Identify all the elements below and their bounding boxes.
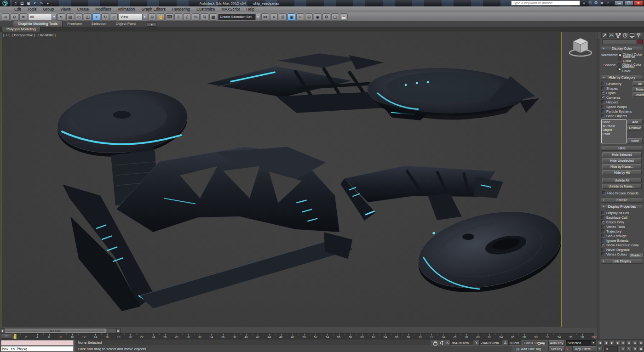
schematic-view-icon[interactable]: ⊞ [305,13,313,21]
link-display-rollout-header[interactable]: +Link Display [601,259,643,264]
category-checkbox[interactable] [601,105,605,108]
display-property-row[interactable]: Trajectory [601,229,643,233]
infocenter-search-input[interactable] [511,0,580,6]
menu-item[interactable]: Tools [24,6,40,12]
category-row[interactable]: Geometry [601,81,632,86]
field-of-view-icon[interactable]: ◇ [620,346,626,352]
category-checkbox[interactable] [601,96,605,99]
x-coordinate-field[interactable]: 864.281cm [450,340,473,346]
reference-coordinate-dropdown[interactable]: View▼ [119,14,147,20]
hide-button[interactable]: Hide by Hit [602,170,642,175]
ribbon-tab[interactable]: Selection [87,21,111,27]
display-property-checkbox[interactable] [601,211,605,215]
menu-item[interactable]: Group [40,6,58,12]
select-and-link-icon[interactable]: ∞ [2,13,10,21]
subscription-center-button[interactable]: ⚿ [587,0,593,6]
select-by-name-icon[interactable]: ▤ [66,13,74,21]
go-to-start-button[interactable]: |◀ [597,340,603,346]
y-coordinate-field[interactable]: -344.082cm [479,340,502,346]
menu-item[interactable]: MAXScript [218,6,243,12]
menu-item[interactable]: Graph Editors [138,6,168,12]
display-property-row[interactable]: Never Degrade [601,247,643,252]
display-property-row[interactable]: Vertex Ticks [601,224,643,229]
display-property-checkbox[interactable] [601,243,605,247]
communication-center-button[interactable]: ✪ [593,0,599,6]
motion-tab[interactable] [622,32,628,38]
category-checkbox[interactable] [601,100,605,104]
category-row[interactable]: Lights [601,91,632,95]
rendered-frame-window-icon[interactable]: ▢ [331,13,339,21]
menu-item[interactable]: Help [243,6,257,12]
display-property-checkbox[interactable] [601,220,605,224]
maximize-button[interactable]: ❐ [624,0,633,6]
select-and-scale-icon[interactable]: ▱ [110,13,118,21]
use-pivot-point-center-icon[interactable]: ⊕ [148,13,156,21]
default-in-out-tangents-icon[interactable]: ≈ [566,346,568,351]
previous-frame-button[interactable]: ◀| [603,340,609,346]
category-checkbox[interactable] [601,114,605,118]
category-button[interactable]: All [632,81,644,86]
snaps-toggle-icon[interactable]: 3 [174,13,182,21]
display-property-checkbox[interactable] [601,229,605,233]
render-setup-icon[interactable]: ⚙ [322,13,330,21]
time-slider-prev-button[interactable]: ◀ [0,328,4,333]
display-property-checkbox[interactable] [601,252,605,256]
current-frame-field[interactable]: 0 [604,346,618,352]
hide-rollout-header[interactable]: −Hide [601,146,643,151]
category-list-box[interactable]: BoneIK Chain ObjectPoint [601,119,627,143]
display-property-checkbox[interactable] [601,225,605,228]
graphite-modeling-toggle-icon[interactable]: ▣ [288,13,295,21]
utilities-tab[interactable] [636,32,642,38]
menu-item[interactable]: Create [74,6,92,12]
display-property-checkbox[interactable] [601,216,605,219]
auto-key-button[interactable]: Auto Key [548,340,565,346]
rectangular-selection-region-icon[interactable]: ▭ [75,13,83,21]
freeze-rollout-header[interactable]: +Freeze [601,198,643,203]
menu-item[interactable]: Edit [11,6,24,12]
maxscript-mini-listener[interactable]: Max to Physq. [1,346,74,352]
curve-editor-icon[interactable]: ≈ [296,13,304,21]
time-slider-track[interactable]: 0 / 100 [4,328,116,333]
shaded-object-color-radio[interactable] [617,63,621,67]
key-filters-button[interactable]: Key Filters... [572,346,596,352]
z-coordinate-field[interactable]: 0.0cm [508,340,521,346]
category-checkbox[interactable] [601,82,605,85]
category-row[interactable]: Helpers [601,100,632,104]
zoom-all-icon[interactable]: ⊞ [626,340,632,346]
remove-button[interactable]: Remove [627,125,643,131]
open-mini-curve-editor-button[interactable]: ≈ [1,333,12,339]
display-property-checkbox[interactable] [601,234,605,238]
window-crossing-icon[interactable]: ◫ [84,13,92,21]
ribbon-tab[interactable]: Freeform [63,21,86,27]
ribbon-tab[interactable]: Object Paint [111,21,141,27]
display-property-row[interactable]: Backface Cull [601,215,643,220]
selection-set-dropdown[interactable]: Selected▼ [566,340,596,346]
maxscript-macro-recorder[interactable] [1,340,74,346]
close-button[interactable]: ✕ [634,0,643,6]
category-checkbox[interactable] [601,109,605,113]
key-mode-toggle[interactable]: ⇤ [597,346,603,352]
display-property-row[interactable]: Ignore Extents [601,238,643,243]
wireframe-material-color-radio[interactable] [618,57,621,61]
perspective-viewport[interactable]: [ + ] [ Perspective ] [ Realistic ] [1,32,562,327]
material-editor-icon[interactable]: ◉ [314,13,322,21]
category-row[interactable]: Bone Objects [601,114,632,118]
edit-named-selection-sets-icon[interactable]: ▦ [209,13,217,21]
unhide-button[interactable]: Unhide All [602,178,642,183]
hide-frozen-objects-row[interactable]: Hide Frozen Objects [601,191,643,195]
menu-item[interactable]: Rendering [169,6,193,12]
ship-model-top[interactable] [207,53,539,120]
ship-model-left[interactable] [54,83,353,311]
select-object-icon[interactable]: ↖ [58,13,65,21]
menu-item[interactable]: Customize [193,6,218,12]
view-cube[interactable] [568,35,593,57]
select-and-move-icon[interactable]: + [92,13,100,21]
select-and-rotate-icon[interactable]: ↻ [101,13,109,21]
selection-filter-dropdown[interactable]: All▼ [28,14,57,20]
keyboard-shortcut-override-icon[interactable]: ⌨ [166,13,173,21]
search-button[interactable]: ⌕ [581,0,587,6]
maximize-viewport-icon[interactable]: ▣ [638,346,644,352]
time-ruler[interactable]: 0246810121416182022242628303234363840424… [14,333,594,339]
named-selection-sets-dropdown[interactable]: Create Selection Set▼ [218,14,260,20]
category-row[interactable]: Particle Systems [601,109,632,114]
